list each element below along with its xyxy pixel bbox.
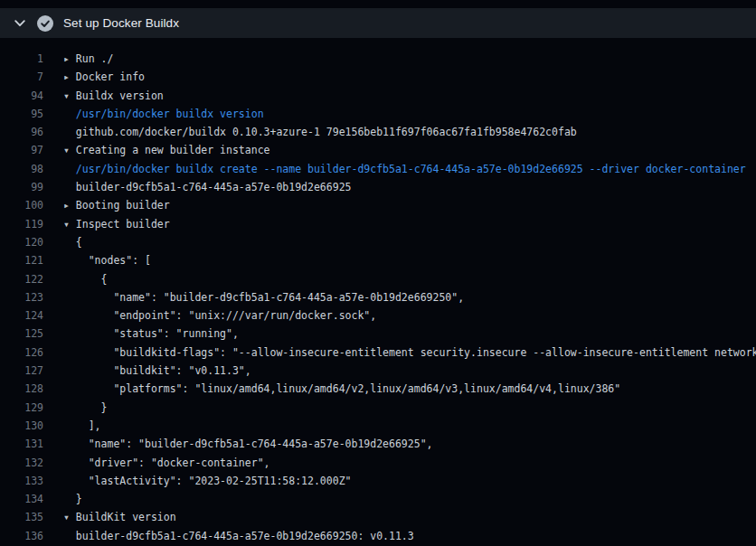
log-line: 129 } bbox=[0, 399, 756, 417]
log-group-row[interactable]: 7▸ Docker info bbox=[0, 68, 756, 86]
log-line: 123 "name": "builder-d9cfb5a1-c764-445a-… bbox=[0, 288, 756, 306]
log-line: 128 "platforms": "linux/amd64,linux/amd6… bbox=[0, 380, 756, 398]
line-number[interactable]: 97 bbox=[0, 141, 43, 159]
output-text: { bbox=[76, 236, 82, 249]
log-line: 98/usr/bin/docker buildx create --name b… bbox=[0, 160, 756, 178]
line-number[interactable]: 121 bbox=[0, 251, 43, 269]
triangle-down-icon[interactable]: ▾ bbox=[63, 144, 76, 156]
triangle-down-icon[interactable]: ▾ bbox=[63, 89, 76, 102]
log-group-row[interactable]: 97▾ Creating a new builder instance bbox=[0, 141, 756, 159]
output-text: { bbox=[76, 273, 108, 286]
line-number[interactable]: 132 bbox=[0, 454, 43, 472]
group-label: Docker info bbox=[76, 71, 145, 83]
line-number[interactable]: 136 bbox=[0, 527, 43, 545]
log-line: 121 "nodes": [ bbox=[0, 251, 756, 269]
log-line: 132 "driver": "docker-container", bbox=[0, 454, 756, 472]
line-number[interactable]: 127 bbox=[0, 362, 43, 380]
line-number[interactable]: 122 bbox=[0, 270, 43, 288]
line-number[interactable]: 95 bbox=[0, 105, 43, 123]
line-number[interactable]: 123 bbox=[0, 288, 43, 306]
line-number[interactable]: 119 bbox=[0, 215, 43, 233]
output-text: github.com/docker/buildx 0.10.3+azure-1 … bbox=[76, 126, 577, 138]
output-text: builder-d9cfb5a1-c764-445a-a57e-0b19d2e6… bbox=[76, 530, 414, 542]
log-line: 95/usr/bin/docker buildx version bbox=[0, 105, 756, 123]
triangle-right-icon[interactable]: ▸ bbox=[63, 52, 76, 65]
line-number[interactable]: 130 bbox=[0, 417, 43, 435]
check-circle-icon bbox=[37, 15, 53, 32]
output-text: "name": "builder-d9cfb5a1-c764-445a-a57e… bbox=[76, 291, 464, 304]
line-number[interactable]: 99 bbox=[0, 178, 43, 196]
log-line: 130 ], bbox=[0, 417, 756, 435]
line-number[interactable]: 94 bbox=[0, 87, 43, 105]
output-text: "status": "running", bbox=[76, 327, 239, 340]
line-number[interactable]: 128 bbox=[0, 380, 43, 398]
group-label: Inspect builder bbox=[76, 218, 170, 231]
output-text: "buildkitd-flags": "--allow-insecure-ent… bbox=[76, 346, 756, 359]
log-line: 99builder-d9cfb5a1-c764-445a-a57e-0b19d2… bbox=[0, 178, 756, 196]
chevron-down-icon[interactable] bbox=[14, 20, 25, 27]
command-text: /usr/bin/docker buildx version bbox=[76, 108, 264, 120]
line-number[interactable]: 96 bbox=[0, 123, 43, 141]
log-group-row[interactable]: 135▾ BuildKit version bbox=[0, 508, 756, 526]
line-number[interactable]: 124 bbox=[0, 306, 43, 325]
log-group-row[interactable]: 1▸ Run ./ bbox=[0, 50, 756, 68]
group-label: Run ./ bbox=[76, 52, 114, 65]
output-text: "buildkit": "v0.11.3", bbox=[76, 364, 251, 377]
log-group-row[interactable]: 94▾ Buildx version bbox=[0, 87, 756, 105]
output-text: "name": "builder-d9cfb5a1-c764-445a-a57e… bbox=[76, 438, 433, 450]
log-line: 120{ bbox=[0, 233, 756, 251]
output-text: "endpoint": "unix:///var/run/docker.sock… bbox=[76, 309, 376, 322]
line-number[interactable]: 98 bbox=[0, 160, 43, 178]
output-text: "nodes": [ bbox=[76, 254, 151, 267]
output-text: "platforms": "linux/amd64,linux/amd64/v2… bbox=[76, 382, 620, 395]
line-number[interactable]: 134 bbox=[0, 490, 43, 508]
step-title: Set up Docker Buildx bbox=[63, 16, 179, 30]
log-line: 136builder-d9cfb5a1-c764-445a-a57e-0b19d… bbox=[0, 527, 756, 545]
line-number[interactable]: 135 bbox=[0, 508, 43, 526]
triangle-right-icon[interactable]: ▸ bbox=[63, 199, 76, 212]
log-viewer: 1▸ Run ./7▸ Docker info94▾ Buildx versio… bbox=[0, 38, 756, 546]
group-label: Booting builder bbox=[76, 199, 170, 212]
step-header[interactable]: Set up Docker Buildx bbox=[0, 8, 756, 38]
log-line: 127 "buildkit": "v0.11.3", bbox=[0, 362, 756, 380]
log-line: 124 "endpoint": "unix:///var/run/docker.… bbox=[0, 306, 756, 325]
log-line: 125 "status": "running", bbox=[0, 325, 756, 343]
log-line: 96github.com/docker/buildx 0.10.3+azure-… bbox=[0, 123, 756, 141]
command-text: /usr/bin/docker buildx create --name bui… bbox=[76, 163, 746, 175]
line-number[interactable]: 7 bbox=[0, 68, 43, 86]
triangle-down-icon[interactable]: ▾ bbox=[63, 218, 76, 231]
log-line: 131 "name": "builder-d9cfb5a1-c764-445a-… bbox=[0, 435, 756, 453]
group-label: BuildKit version bbox=[76, 511, 176, 523]
line-number[interactable]: 126 bbox=[0, 344, 43, 362]
line-number[interactable]: 131 bbox=[0, 435, 43, 453]
line-number[interactable]: 120 bbox=[0, 233, 43, 251]
log-line: 133 "lastActivity": "2023-02-25T11:58:12… bbox=[0, 472, 756, 490]
triangle-right-icon[interactable]: ▸ bbox=[63, 71, 76, 83]
log-line: 122 { bbox=[0, 270, 756, 288]
output-text: "driver": "docker-container", bbox=[76, 457, 270, 469]
line-number[interactable]: 1 bbox=[0, 50, 43, 68]
group-label: Buildx version bbox=[76, 89, 164, 102]
triangle-down-icon[interactable]: ▾ bbox=[63, 511, 76, 523]
group-label: Creating a new builder instance bbox=[76, 144, 270, 156]
log-line: 134} bbox=[0, 490, 756, 508]
output-text: "lastActivity": "2023-02-25T11:58:12.000… bbox=[76, 475, 352, 487]
log-group-row[interactable]: 100▸ Booting builder bbox=[0, 196, 756, 214]
line-number[interactable]: 100 bbox=[0, 196, 43, 214]
line-number[interactable]: 125 bbox=[0, 325, 43, 343]
log-line: 126 "buildkitd-flags": "--allow-insecure… bbox=[0, 344, 756, 362]
line-number[interactable]: 133 bbox=[0, 472, 43, 490]
output-text: } bbox=[76, 401, 108, 414]
log-group-row[interactable]: 119▾ Inspect builder bbox=[0, 215, 756, 233]
output-text: } bbox=[76, 493, 82, 505]
line-number[interactable]: 129 bbox=[0, 399, 43, 417]
output-text: builder-d9cfb5a1-c764-445a-a57e-0b19d2e6… bbox=[76, 181, 352, 193]
output-text: ], bbox=[76, 419, 101, 432]
